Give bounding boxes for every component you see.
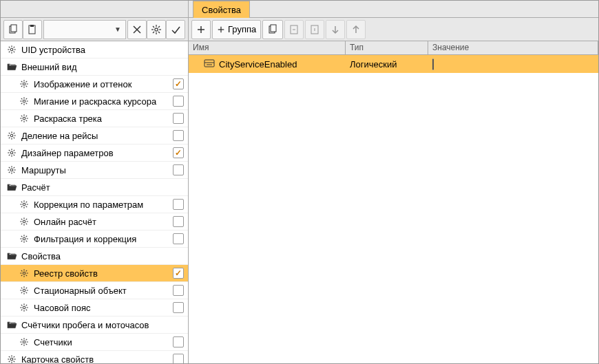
tree-item[interactable]: Свойства [1,248,188,265]
tree-item[interactable]: Реестр свойств [1,265,188,282]
svg-line-119 [21,288,23,289]
col-header-value[interactable]: Значение [428,41,598,54]
settings-button[interactable] [147,20,166,39]
tree-item-label: Онлайн расчёт [34,217,173,227]
svg-line-85 [21,206,23,208]
tree-item[interactable]: Изображение и оттенок [1,76,188,93]
tree-item[interactable]: Часовой пояс [1,299,188,317]
svg-point-87 [23,220,25,223]
tree-item-label: Дизайнер параметров [21,148,173,158]
svg-line-48 [26,120,28,122]
svg-line-149 [14,356,15,358]
tree-item[interactable]: Расчёт [1,179,188,196]
folder-open-icon [6,182,17,193]
tree-item-checkbox[interactable] [173,78,184,89]
tree-item-label: Карточка свойств [21,354,173,364]
svg-line-31 [21,86,23,87]
left-tabstrip [1,1,188,18]
svg-line-130 [21,310,23,311]
tree-item-label: Стационарный объект [34,286,173,296]
tree-item-checkbox[interactable] [173,216,184,227]
tree-item[interactable]: Счетчики [1,334,188,351]
tab-properties[interactable]: Свойства [193,1,250,18]
file-import-button [284,20,304,39]
value-checkbox[interactable] [432,58,434,70]
move-down-button [326,20,345,39]
gear-icon [6,354,17,363]
tree-item[interactable]: UID устройства [1,41,188,58]
tree-item-checkbox[interactable] [173,130,184,141]
tree-item-checkbox[interactable] [173,302,184,313]
tree-item[interactable]: Внешний вид [1,58,188,76]
tree-item-label: Деление на рейсы [21,131,173,141]
tree-item[interactable]: Маршруты [1,162,188,179]
svg-point-69 [10,169,13,171]
property-icon [204,58,215,70]
tree-item-checkbox[interactable] [173,285,184,296]
tree-item[interactable]: Карточка свойств [1,351,188,363]
svg-line-83 [21,202,23,203]
svg-line-120 [26,292,28,294]
copy-prop-button[interactable] [262,20,283,39]
svg-point-105 [23,272,25,275]
tree[interactable]: UID устройстваВнешний видИзображение и о… [1,41,188,363]
add-group-label: Группа [228,24,256,34]
folder-open-icon [6,61,17,72]
right-tabstrip: Свойства [189,1,598,18]
tree-item[interactable]: Счётчики пробега и моточасов [1,317,188,334]
paste-button[interactable] [23,20,42,39]
gear-icon [19,233,30,244]
svg-line-40 [21,103,23,105]
svg-line-101 [21,236,23,237]
tree-item-checkbox[interactable] [173,164,184,175]
grid-row[interactable]: CityServiceEnabledЛогический [189,55,598,73]
col-header-type[interactable]: Тип [346,41,428,54]
tree-item[interactable]: Дизайнер параметров [1,144,188,162]
clear-button[interactable] [127,20,147,39]
tree-item-checkbox[interactable] [173,113,184,124]
svg-rect-160 [204,60,214,67]
svg-line-128 [21,305,23,306]
gear-icon [6,130,17,141]
folder-open-icon [6,250,17,261]
tree-item[interactable]: Мигание и раскраска курсора [1,93,188,110]
filter-combo[interactable]: ▼ [43,20,126,39]
tree-item-checkbox[interactable] [173,147,184,158]
file-export-button [305,20,324,39]
add-group-button[interactable]: Группа [212,20,261,39]
tree-item-checkbox[interactable] [173,96,184,107]
tree-item[interactable]: Стационарный объект [1,282,188,299]
svg-line-147 [14,361,15,363]
svg-line-29 [21,81,23,83]
tree-item[interactable]: Деление на рейсы [1,127,188,144]
cell-name: CityServiceEnabled [189,58,346,70]
svg-line-138 [26,344,28,345]
tree-item[interactable]: Коррекция по параметрам [1,196,188,213]
tree-item-checkbox[interactable] [173,354,184,363]
svg-point-42 [23,117,25,120]
copy-button[interactable] [3,20,23,39]
svg-rect-1 [11,25,17,32]
svg-line-21 [14,52,15,53]
tree-item[interactable]: Онлайн расчёт [1,213,188,231]
svg-line-65 [9,150,10,151]
svg-line-113 [26,270,28,272]
tree-item-label: UID устройства [21,45,184,55]
apply-button[interactable] [166,20,185,39]
tree-item-checkbox[interactable] [173,199,184,210]
add-button[interactable] [191,20,211,39]
tree-item[interactable]: Раскраска трека [1,110,188,127]
gear-icon [6,147,17,158]
gear-icon [19,336,30,347]
tree-item-checkbox[interactable] [173,268,184,279]
tree-item-checkbox[interactable] [173,336,184,347]
cell-type: Логический [346,59,428,69]
tree-item[interactable]: Фильтрация и коррекция [1,231,188,248]
svg-point-15 [10,48,13,51]
tree-item-checkbox[interactable] [173,233,184,244]
gear-icon [19,78,30,89]
svg-line-75 [14,172,15,173]
col-header-name[interactable]: Имя [189,41,346,54]
svg-line-67 [9,155,10,156]
svg-rect-3 [30,25,34,27]
